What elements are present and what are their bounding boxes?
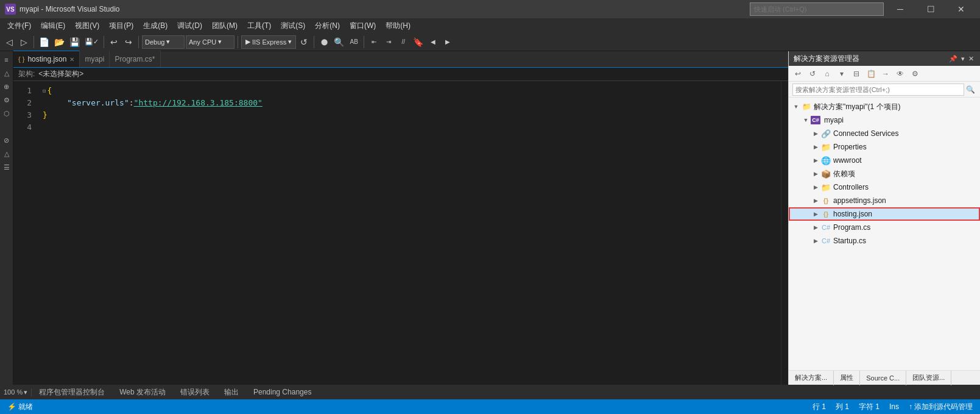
menu-file[interactable]: 文件(F) [2,18,36,33]
tb-bookmark[interactable]: 🔖 [411,35,425,49]
menu-analyze[interactable]: 分析(N) [310,18,345,33]
menu-tools[interactable]: 工具(T) [242,18,276,33]
sidebar-icon-8[interactable]: ☰ [1,161,13,173]
tree-wwwroot[interactable]: ▶ 🌐 wwwroot [789,154,980,167]
tb-redo[interactable]: ↪ [122,35,135,49]
se-props-button[interactable]: 📋 [864,67,878,80]
menu-view[interactable]: 视图(V) [70,18,104,33]
tab-hosting-json-close[interactable]: ✕ [69,56,74,63]
quick-launch-input[interactable] [750,2,884,16]
sidebar-icon-3[interactable]: ⊕ [1,80,13,93]
tb-comment[interactable]: // [397,35,410,49]
solution-expand-icon[interactable]: ▼ [791,104,801,110]
tree-appsettings[interactable]: ▶ {} appsettings.json [789,194,980,207]
program-expand-icon[interactable]: ▶ [811,224,820,230]
se-close-button[interactable]: ✕ [967,55,975,63]
bottom-tab-errors[interactable]: 错误列表 [173,385,217,399]
wwwroot-expand-icon[interactable]: ▶ [811,157,820,163]
se-search-icon[interactable]: 🔍 [964,84,976,96]
se-sync-button[interactable]: ↩ [791,67,805,80]
tb-save-all[interactable]: 💾✓ [83,35,100,49]
tb-find[interactable]: AB [347,35,361,49]
se-settings-button[interactable]: ⚙ [908,67,922,80]
minimize-button[interactable]: ─ [886,0,914,18]
tree-connected-services[interactable]: ▶ 🔗 Connected Services [789,127,980,140]
sidebar-icon-1[interactable]: ≡ [1,54,13,66]
myapi-expand-icon[interactable]: ▼ [801,117,811,123]
iis-express-button[interactable]: ▶ IIS Express ▾ [241,35,296,49]
sidebar-icon-4[interactable]: ⚙ [1,94,13,106]
se-open-button[interactable]: → [879,67,892,80]
tab-myapi[interactable]: myapi [80,51,110,67]
tb-next-bookmark[interactable]: ▶ [441,35,454,49]
arch-dropdown[interactable]: <未选择架构> [38,69,83,79]
tb-prev-bookmark[interactable]: ◀ [426,35,440,49]
sidebar-icon-7[interactable]: △ [1,148,13,160]
cs-expand-icon[interactable]: ▶ [811,130,820,137]
tb-forward[interactable]: ▷ [17,35,30,49]
tb-indent-dec[interactable]: ⇤ [367,35,381,49]
collapse-icon-1[interactable]: ⊟ [43,85,46,97]
bottom-tab-web[interactable]: Web 发布活动 [112,385,173,399]
menu-window[interactable]: 窗口(W) [345,18,381,33]
se-home-button[interactable]: ⌂ [820,67,834,80]
tb-new[interactable]: 📄 [37,35,51,49]
se-footer-properties[interactable]: 属性 [834,371,860,385]
status-add-source[interactable]: ↑ 添加到源代码管理 [906,399,975,414]
props-expand-icon[interactable]: ▶ [811,144,820,150]
close-button[interactable]: ✕ [947,0,975,18]
controllers-expand-icon[interactable]: ▶ [811,184,820,190]
menu-project[interactable]: 项目(P) [104,18,138,33]
menu-test[interactable]: 测试(S) [276,18,310,33]
tb-save[interactable]: 💾 [68,35,82,49]
tree-project-myapi[interactable]: ▼ C# myapi [789,113,980,127]
se-filter-button[interactable]: ▾ [835,67,848,80]
tree-startup-cs[interactable]: ▶ C# Startup.cs [789,234,980,248]
tree-program-cs[interactable]: ▶ C# Program.cs [789,221,980,234]
status-ins[interactable]: Ins [887,399,901,414]
tb-open[interactable]: 📂 [52,35,66,49]
tb-search[interactable]: 🔍 [332,35,346,49]
appsettings-expand-icon[interactable]: ▶ [811,198,820,204]
tab-program-cs[interactable]: Program.cs* [110,51,160,67]
se-refresh-button[interactable]: ↺ [806,67,819,80]
editor-scrollbar[interactable] [781,81,788,385]
menu-debug[interactable]: 调试(D) [172,18,207,33]
bottom-tab-output[interactable]: 输出 [217,385,246,399]
menu-team[interactable]: 团队(M) [207,18,242,33]
bottom-tab-pending[interactable]: Pending Changes [246,385,319,399]
maximize-button[interactable]: ☐ [917,0,945,18]
deps-expand-icon[interactable]: ▶ [811,171,820,177]
code-content[interactable]: ⊟ { "server.urls" : "http://192.168.3.18… [38,81,781,385]
config-dropdown[interactable]: Debug ▾ [142,35,185,49]
se-pin-button[interactable]: 📌 [948,55,959,63]
tb-undo[interactable]: ↩ [107,35,121,49]
status-char[interactable]: 字符 1 [856,399,882,414]
se-search-input[interactable] [792,84,964,96]
se-footer-team[interactable]: 团队资源... [906,371,951,385]
tree-properties[interactable]: ▶ 📁 Properties [789,140,980,154]
hosting-expand-icon[interactable]: ▶ [811,211,820,217]
sidebar-icon-2[interactable]: △ [1,67,13,79]
startup-expand-icon[interactable]: ▶ [811,238,820,244]
server-url-link[interactable]: "http://192.168.3.185:8800" [134,97,263,109]
tb-refresh[interactable]: ↺ [297,35,311,49]
status-col[interactable]: 列 1 [833,399,851,414]
tree-solution[interactable]: ▼ 📁 解决方案"myapi"(1 个项目) [789,100,980,113]
sidebar-icon-5[interactable]: ⬡ [1,107,13,120]
se-footer-solution[interactable]: 解决方案... [789,371,834,385]
tb-indent-inc[interactable]: ⇥ [382,35,395,49]
se-collapse-button[interactable]: ⊟ [850,67,863,80]
cpu-dropdown[interactable]: Any CPU ▾ [186,35,234,49]
sidebar-icon-6[interactable]: ⊘ [1,134,13,146]
menu-help[interactable]: 帮助(H) [381,18,415,33]
se-tree[interactable]: ▼ 📁 解决方案"myapi"(1 个项目) ▼ C# myapi ▶ 🔗 Co… [789,98,980,370]
zoom-dropdown-icon[interactable]: ▾ [24,388,27,396]
tree-controllers[interactable]: ▶ 📁 Controllers [789,180,980,194]
se-preview-button[interactable]: 👁 [894,67,907,80]
menu-edit[interactable]: 编辑(E) [36,18,70,33]
se-chevron-button[interactable]: ▾ [960,55,966,63]
tree-hosting-json[interactable]: ▶ {} hosting.json [789,207,980,221]
bottom-tab-package[interactable]: 程序包管理器控制台 [32,385,112,399]
se-footer-source[interactable]: Source C... [860,371,906,385]
